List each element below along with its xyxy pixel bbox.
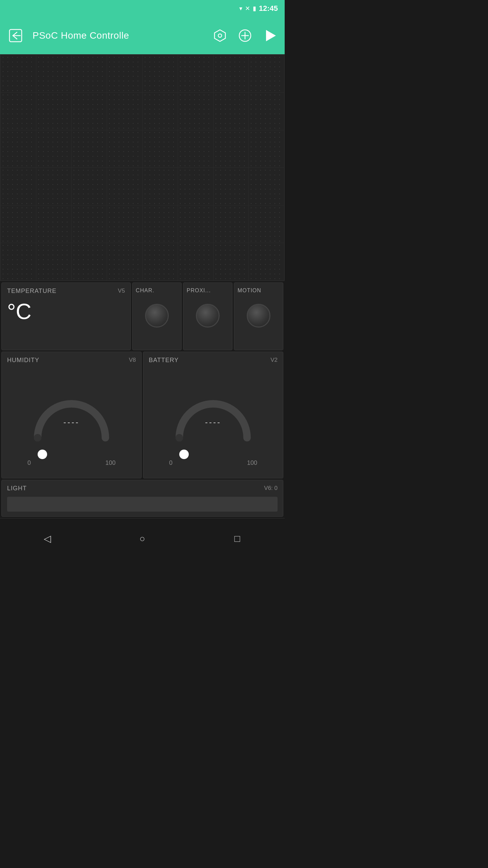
grid-cell [107,168,142,205]
settings-button[interactable] [211,26,229,45]
grid-cell [72,55,107,92]
bottom-navigation: ◁ ○ □ [0,518,285,559]
char-toggle[interactable] [145,304,169,328]
back-icon [8,28,23,43]
motion-widget: MOTION [234,282,283,350]
play-icon [264,29,277,42]
nav-back-icon: ◁ [44,533,51,544]
nav-recent-button[interactable]: □ [224,525,251,552]
grid-cell [107,93,142,130]
light-label: LIGHT [7,485,27,492]
humidity-gauge-dot [38,450,47,459]
grid-cell [107,243,142,280]
svg-marker-2 [215,30,225,41]
status-bar: ▾ ✕ ▮ 12:45 [0,0,285,17]
add-button[interactable] [236,26,254,45]
proxi-header: PROXI... [187,288,229,298]
light-header: LIGHT V6: 0 [7,485,278,492]
svg-marker-7 [266,31,275,41]
grid-cell [178,130,213,167]
grid-cell [143,243,178,280]
humidity-widget: HUMIDITY V8 ---- 0 100 [1,352,142,478]
grid-cell [1,130,36,167]
humidity-gauge-labels: 0 100 [27,459,116,467]
wifi-icon: ▾ [239,5,242,12]
battery-widget: BATTERY V2 ---- 0 100 [143,352,283,478]
char-header: CHAR. [136,288,178,298]
humidity-gauge-container: ---- 0 100 [7,367,136,473]
nav-home-icon: ○ [140,533,145,544]
grid-cell [1,205,36,243]
battery-max: 100 [247,459,257,467]
grid-cell [107,205,142,243]
humidity-version: V8 [129,357,136,363]
svg-point-3 [218,34,222,37]
grid-cell [178,243,213,280]
proxi-toggle[interactable] [196,304,220,328]
grid-cell [249,130,284,167]
grid-cell [107,55,142,92]
grid-cell [1,55,36,92]
nav-home-button[interactable]: ○ [129,525,156,552]
motion-label: MOTION [238,288,261,294]
grid-cell [72,205,107,243]
proxi-widget: PROXI... [183,282,232,350]
add-icon [239,29,251,42]
grid-cell [1,168,36,205]
battery-version: V2 [270,357,278,363]
grid-cell [214,205,249,243]
humidity-label: HUMIDITY [7,357,39,364]
grid-cell [143,130,178,167]
proxi-label: PROXI... [187,288,211,294]
temperature-version: V5 [118,288,125,294]
grid-cell [214,243,249,280]
grid-cell [214,93,249,130]
play-button[interactable] [261,26,279,45]
nav-recent-icon: □ [235,533,240,544]
battery-gauge-svg [169,370,257,458]
humidity-value: ---- [63,417,80,427]
nav-back-button[interactable]: ◁ [34,525,61,552]
grid-cell [1,93,36,130]
grid-cell [143,168,178,205]
grid-cell [178,93,213,130]
status-icons: ▾ ✕ ▮ 12:45 [239,4,278,13]
grid-cell [107,130,142,167]
grid-cell [36,130,72,167]
grid-cell [36,168,72,205]
back-button[interactable] [5,25,26,46]
grid-cell [249,93,284,130]
battery-value: ---- [205,417,221,427]
grid-cell [249,168,284,205]
widgets-row2: HUMIDITY V8 ---- 0 100 [1,352,283,478]
grid-cell [72,93,107,130]
signal-cross-icon: ✕ [245,5,250,12]
battery-label: BATTERY [149,357,179,364]
grid-cell [214,130,249,167]
grid-cell [178,168,213,205]
humidity-header: HUMIDITY V8 [7,357,136,364]
grid-cell [249,205,284,243]
char-label: CHAR. [136,288,155,294]
grid-cell [178,205,213,243]
light-bar-container[interactable] [7,497,278,512]
grid-cell [36,55,72,92]
settings-icon [214,29,226,42]
motion-toggle[interactable] [247,304,270,328]
humidity-gauge-svg [27,370,116,458]
battery-min: 0 [169,459,172,467]
battery-icon: ▮ [253,5,256,12]
grid-cell [143,93,178,130]
humidity-max: 100 [105,459,116,467]
grid-cell [36,93,72,130]
grid-cell [72,243,107,280]
widgets-row1: TEMPERATURE V5 °C CHAR. PROXI... MOTION [1,282,283,350]
battery-gauge-container: ---- 0 100 [149,367,278,473]
temperature-header: TEMPERATURE V5 [7,288,125,295]
grid-cell [1,243,36,280]
light-version: V6: 0 [264,485,278,492]
grid-cell [214,168,249,205]
grid-cell [143,205,178,243]
grid-cell [214,55,249,92]
temperature-widget: TEMPERATURE V5 °C [1,282,131,350]
